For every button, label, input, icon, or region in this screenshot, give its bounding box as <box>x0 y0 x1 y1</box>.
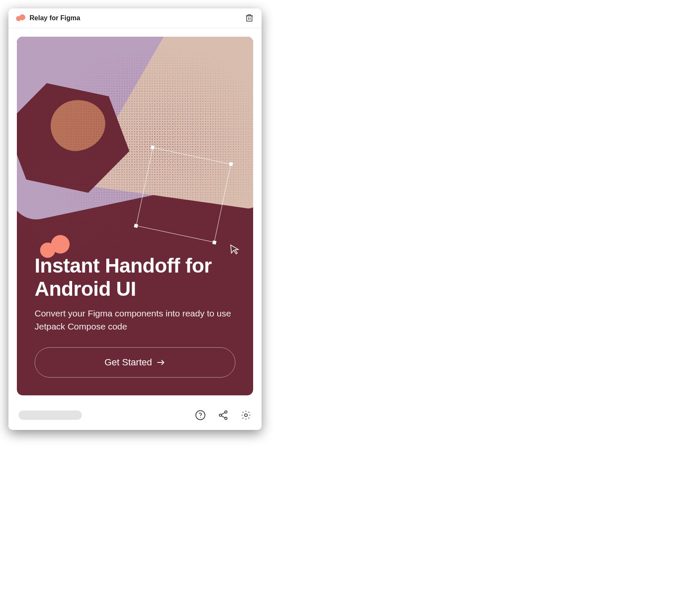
hero-headline: Instant Handoff for Android UI <box>35 254 235 300</box>
panel-footer <box>8 404 262 430</box>
svg-point-5 <box>225 417 227 419</box>
panel-title: Relay for Figma <box>30 14 240 22</box>
share-button[interactable] <box>218 410 229 421</box>
settings-icon <box>240 410 251 421</box>
svg-point-2 <box>200 417 201 418</box>
share-icon <box>218 410 229 421</box>
svg-rect-0 <box>247 16 252 22</box>
cta-label: Get Started <box>105 357 152 368</box>
delete-button[interactable] <box>245 14 254 23</box>
get-started-button[interactable]: Get Started <box>35 347 235 378</box>
trash-icon <box>245 14 254 23</box>
help-button[interactable] <box>195 410 206 421</box>
panel-header: Relay for Figma <box>8 8 262 28</box>
hero-subhead: Convert your Figma components into ready… <box>35 307 235 333</box>
hero-card: Instant Handoff for Android UI Convert y… <box>17 37 253 395</box>
svg-point-6 <box>245 414 248 417</box>
settings-button[interactable] <box>240 410 251 421</box>
svg-point-3 <box>225 411 227 413</box>
relay-panel: Relay for Figma <box>8 8 262 430</box>
hero-text: Instant Handoff for Android UI Convert y… <box>17 254 253 395</box>
relay-logo-icon <box>16 14 25 22</box>
arrow-right-icon <box>156 359 165 366</box>
selection-frame <box>136 147 231 242</box>
help-icon <box>195 410 206 421</box>
footer-placeholder <box>19 411 82 420</box>
svg-point-4 <box>219 414 221 416</box>
